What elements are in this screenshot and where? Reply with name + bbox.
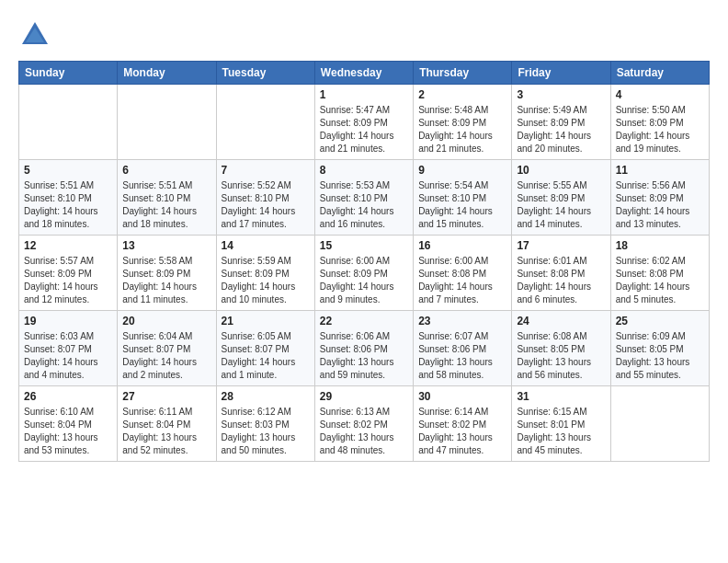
weekday-header-saturday: Saturday <box>610 62 709 85</box>
weekday-header-monday: Monday <box>118 62 216 85</box>
day-info: Sunrise: 6:02 AM Sunset: 8:08 PM Dayligh… <box>616 255 704 306</box>
day-info: Sunrise: 6:05 AM Sunset: 8:07 PM Dayligh… <box>222 330 310 382</box>
day-info: Sunrise: 5:51 AM Sunset: 8:10 PM Dayligh… <box>24 179 112 231</box>
day-number: 21 <box>222 315 310 327</box>
day-info: Sunrise: 6:08 AM Sunset: 8:05 PM Dayligh… <box>517 330 605 382</box>
day-number: 20 <box>122 315 210 327</box>
calendar-cell: 30Sunrise: 6:14 AM Sunset: 8:02 PM Dayli… <box>414 386 512 462</box>
day-number: 3 <box>517 88 605 101</box>
day-info: Sunrise: 6:06 AM Sunset: 8:06 PM Dayligh… <box>320 330 408 382</box>
day-number: 13 <box>122 239 210 252</box>
day-number: 18 <box>616 239 704 252</box>
calendar-cell: 18Sunrise: 6:02 AM Sunset: 8:08 PM Dayli… <box>610 236 709 311</box>
day-number: 9 <box>418 164 506 177</box>
day-number: 16 <box>418 239 506 252</box>
day-number: 1 <box>320 88 408 101</box>
day-info: Sunrise: 5:48 AM Sunset: 8:09 PM Dayligh… <box>418 104 506 155</box>
day-number: 19 <box>24 315 112 327</box>
weekday-header-sunday: Sunday <box>19 62 118 85</box>
day-info: Sunrise: 5:53 AM Sunset: 8:10 PM Dayligh… <box>320 179 408 231</box>
day-number: 27 <box>122 390 210 403</box>
day-number: 10 <box>517 164 605 177</box>
day-number: 5 <box>24 164 112 177</box>
calendar-cell: 24Sunrise: 6:08 AM Sunset: 8:05 PM Dayli… <box>512 311 610 386</box>
calendar-cell: 19Sunrise: 6:03 AM Sunset: 8:07 PM Dayli… <box>19 311 118 386</box>
day-info: Sunrise: 5:58 AM Sunset: 8:09 PM Dayligh… <box>122 255 210 306</box>
calendar-cell: 3Sunrise: 5:49 AM Sunset: 8:09 PM Daylig… <box>512 85 610 160</box>
calendar-cell <box>118 85 216 160</box>
day-number: 8 <box>320 164 408 177</box>
day-number: 4 <box>616 88 704 101</box>
calendar-cell: 7Sunrise: 5:52 AM Sunset: 8:10 PM Daylig… <box>216 160 314 236</box>
calendar-cell: 21Sunrise: 6:05 AM Sunset: 8:07 PM Dayli… <box>216 311 314 386</box>
day-number: 24 <box>517 315 605 327</box>
calendar-cell: 17Sunrise: 6:01 AM Sunset: 8:08 PM Dayli… <box>512 236 610 311</box>
day-info: Sunrise: 6:13 AM Sunset: 8:02 PM Dayligh… <box>320 406 408 457</box>
day-info: Sunrise: 5:57 AM Sunset: 8:09 PM Dayligh… <box>24 255 112 306</box>
week-row-4: 19Sunrise: 6:03 AM Sunset: 8:07 PM Dayli… <box>19 311 710 386</box>
calendar-cell <box>216 85 314 160</box>
calendar-cell: 16Sunrise: 6:00 AM Sunset: 8:08 PM Dayli… <box>414 236 512 311</box>
calendar-cell: 25Sunrise: 6:09 AM Sunset: 8:05 PM Dayli… <box>610 311 709 386</box>
week-row-3: 12Sunrise: 5:57 AM Sunset: 8:09 PM Dayli… <box>19 236 710 311</box>
day-number: 15 <box>320 239 408 252</box>
page-header <box>18 18 710 52</box>
calendar-cell: 29Sunrise: 6:13 AM Sunset: 8:02 PM Dayli… <box>314 386 413 462</box>
day-number: 23 <box>418 315 506 327</box>
day-number: 28 <box>222 390 310 403</box>
calendar-cell: 31Sunrise: 6:15 AM Sunset: 8:01 PM Dayli… <box>512 386 610 462</box>
calendar-cell: 2Sunrise: 5:48 AM Sunset: 8:09 PM Daylig… <box>414 85 512 160</box>
calendar-cell: 6Sunrise: 5:51 AM Sunset: 8:10 PM Daylig… <box>118 160 216 236</box>
calendar-cell: 20Sunrise: 6:04 AM Sunset: 8:07 PM Dayli… <box>118 311 216 386</box>
weekday-header-friday: Friday <box>512 62 610 85</box>
week-row-5: 26Sunrise: 6:10 AM Sunset: 8:04 PM Dayli… <box>19 386 710 462</box>
calendar-cell: 22Sunrise: 6:06 AM Sunset: 8:06 PM Dayli… <box>314 311 413 386</box>
calendar-cell: 5Sunrise: 5:51 AM Sunset: 8:10 PM Daylig… <box>19 160 118 236</box>
day-number: 2 <box>418 88 506 101</box>
day-number: 7 <box>222 164 310 177</box>
calendar-cell: 11Sunrise: 5:56 AM Sunset: 8:09 PM Dayli… <box>610 160 709 236</box>
day-number: 31 <box>517 390 605 403</box>
calendar-cell: 15Sunrise: 6:00 AM Sunset: 8:09 PM Dayli… <box>314 236 413 311</box>
day-info: Sunrise: 6:07 AM Sunset: 8:06 PM Dayligh… <box>418 330 506 382</box>
day-number: 11 <box>616 164 704 177</box>
day-info: Sunrise: 6:14 AM Sunset: 8:02 PM Dayligh… <box>418 406 506 457</box>
weekday-header-row: SundayMondayTuesdayWednesdayThursdayFrid… <box>19 62 710 85</box>
day-info: Sunrise: 5:56 AM Sunset: 8:09 PM Dayligh… <box>616 179 704 231</box>
day-info: Sunrise: 5:47 AM Sunset: 8:09 PM Dayligh… <box>320 104 408 155</box>
day-info: Sunrise: 6:11 AM Sunset: 8:04 PM Dayligh… <box>122 406 210 457</box>
day-number: 25 <box>616 315 704 327</box>
day-info: Sunrise: 5:55 AM Sunset: 8:09 PM Dayligh… <box>517 179 605 231</box>
day-info: Sunrise: 6:15 AM Sunset: 8:01 PM Dayligh… <box>517 406 605 457</box>
day-info: Sunrise: 6:00 AM Sunset: 8:09 PM Dayligh… <box>320 255 408 306</box>
day-number: 6 <box>122 164 210 177</box>
day-info: Sunrise: 6:09 AM Sunset: 8:05 PM Dayligh… <box>616 330 704 382</box>
calendar-cell: 1Sunrise: 5:47 AM Sunset: 8:09 PM Daylig… <box>314 85 413 160</box>
calendar-cell: 26Sunrise: 6:10 AM Sunset: 8:04 PM Dayli… <box>19 386 118 462</box>
calendar-cell <box>610 386 709 462</box>
day-info: Sunrise: 6:12 AM Sunset: 8:03 PM Dayligh… <box>222 406 310 457</box>
logo <box>18 18 55 52</box>
weekday-header-tuesday: Tuesday <box>216 62 314 85</box>
day-number: 17 <box>517 239 605 252</box>
calendar-cell <box>19 85 118 160</box>
weekday-header-wednesday: Wednesday <box>314 62 413 85</box>
calendar-cell: 13Sunrise: 5:58 AM Sunset: 8:09 PM Dayli… <box>118 236 216 311</box>
day-number: 29 <box>320 390 408 403</box>
calendar-cell: 14Sunrise: 5:59 AM Sunset: 8:09 PM Dayli… <box>216 236 314 311</box>
week-row-2: 5Sunrise: 5:51 AM Sunset: 8:10 PM Daylig… <box>19 160 710 236</box>
day-info: Sunrise: 6:10 AM Sunset: 8:04 PM Dayligh… <box>24 406 112 457</box>
day-info: Sunrise: 5:52 AM Sunset: 8:10 PM Dayligh… <box>222 179 310 231</box>
week-row-1: 1Sunrise: 5:47 AM Sunset: 8:09 PM Daylig… <box>19 85 710 160</box>
day-number: 14 <box>222 239 310 252</box>
day-info: Sunrise: 6:03 AM Sunset: 8:07 PM Dayligh… <box>24 330 112 382</box>
calendar-cell: 10Sunrise: 5:55 AM Sunset: 8:09 PM Dayli… <box>512 160 610 236</box>
day-number: 12 <box>24 239 112 252</box>
calendar-cell: 12Sunrise: 5:57 AM Sunset: 8:09 PM Dayli… <box>19 236 118 311</box>
day-info: Sunrise: 6:00 AM Sunset: 8:08 PM Dayligh… <box>418 255 506 306</box>
day-info: Sunrise: 5:49 AM Sunset: 8:09 PM Dayligh… <box>517 104 605 155</box>
calendar-cell: 8Sunrise: 5:53 AM Sunset: 8:10 PM Daylig… <box>314 160 413 236</box>
calendar-table: SundayMondayTuesdayWednesdayThursdayFrid… <box>18 61 710 462</box>
day-info: Sunrise: 5:51 AM Sunset: 8:10 PM Dayligh… <box>122 179 210 231</box>
day-number: 30 <box>418 390 506 403</box>
